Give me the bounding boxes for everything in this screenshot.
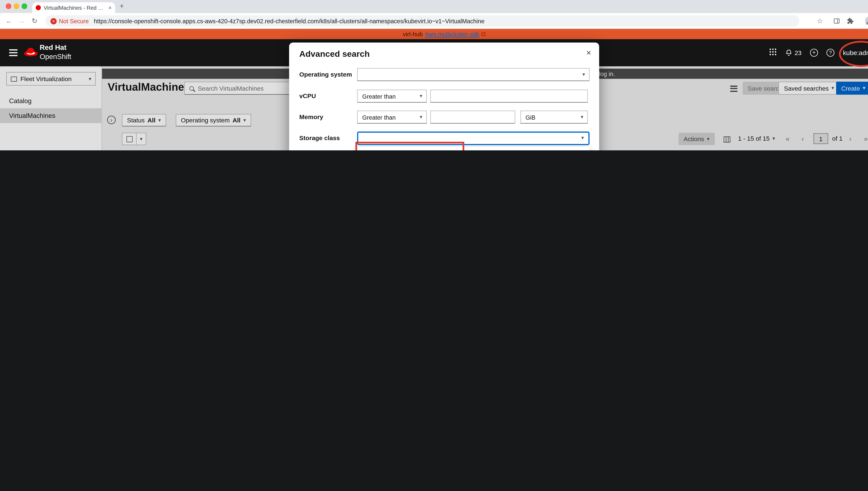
memory-operator-value: Greater than [362, 114, 396, 120]
memory-field-label: Memory [299, 113, 323, 120]
brand-text: Red Hat OpenShift [40, 44, 71, 61]
apps-grid-icon[interactable] [769, 48, 776, 58]
banner-link[interactable]: #wg-multicluster-sdk [425, 31, 479, 37]
brand-top: Red Hat [40, 44, 71, 52]
user-name: kube:admin [843, 49, 868, 56]
memory-input[interactable] [430, 111, 515, 124]
traffic-light-close[interactable] [6, 3, 11, 9]
storage-field-label: Storage class [299, 134, 340, 141]
back-button[interactable]: ← [6, 17, 12, 25]
vcpu-operator-value: Greater than [362, 93, 396, 99]
chevron-down-icon: ▾ [582, 72, 585, 77]
nav-toggle-icon[interactable] [9, 49, 18, 58]
new-tab-button[interactable]: + [120, 2, 124, 10]
url-text: https://console-openshift-console.apps.c… [94, 18, 484, 24]
advanced-search-modal: Advanced search × Operating system ▾ vCP… [289, 42, 599, 150]
bookmark-star-icon[interactable]: ☆ [817, 17, 823, 26]
external-link-icon [481, 31, 486, 37]
storage-class-menu: ocs-storagecluster-ceph-rbd-virtualizati… [357, 147, 590, 150]
vcpu-field-label: vCPU [299, 92, 316, 99]
tab-strip: VirtualMachines - Red Hat O × + [0, 0, 868, 13]
banner-text: virt-hub [403, 31, 423, 37]
address-bar[interactable]: × Not Secure https://console-openshift-c… [45, 15, 799, 27]
browser-tab[interactable]: VirtualMachines - Red Hat O × [32, 2, 115, 13]
chevron-down-icon: ▾ [581, 136, 584, 141]
memory-unit-select[interactable]: GiB▾ [520, 111, 588, 124]
redhat-logo-icon [24, 46, 37, 61]
chevron-down-icon: ▾ [581, 115, 583, 120]
forward-button[interactable]: → [18, 17, 25, 25]
os-select[interactable]: ▾ [357, 68, 590, 81]
notification-count: 23 [795, 49, 802, 56]
notification-bell[interactable]: 23 [785, 49, 802, 57]
help-icon[interactable]: ? [827, 49, 835, 57]
user-menu[interactable]: kube:admin▾ [843, 49, 868, 56]
reload-button[interactable]: ↻ [32, 17, 37, 25]
storage-class-input[interactable]: ▾ [357, 132, 590, 145]
not-secure-label: Not Secure [59, 18, 89, 24]
vcpu-input[interactable] [430, 90, 588, 103]
tab-close-icon[interactable]: × [108, 4, 112, 11]
import-yaml-icon[interactable]: + [810, 49, 818, 57]
close-icon[interactable]: × [586, 48, 591, 57]
extensions-icon[interactable] [847, 18, 854, 27]
brand-bottom: OpenShift [40, 52, 71, 60]
screenshot-stage: VirtualMachines - Red Hat O × + ← → ↻ × … [0, 0, 868, 150]
console-notification-banner: virt-hub #wg-multicluster-sdk [0, 29, 868, 39]
chevron-down-icon: ▾ [420, 94, 422, 98]
profile-avatar[interactable] [865, 17, 868, 28]
storage-class-option[interactable]: ocs-storagecluster-ceph-rbd-virtualizati… [357, 149, 590, 150]
modal-title: Advanced search [299, 49, 370, 59]
traffic-light-zoom[interactable] [22, 3, 27, 9]
os-field-label: Operating system [299, 71, 352, 78]
chevron-down-icon: ▾ [420, 115, 422, 120]
side-panel-icon[interactable] [833, 18, 840, 27]
browser-window-top: VirtualMachines - Red Hat O × + ← → ↻ × … [0, 0, 868, 150]
tab-title: VirtualMachines - Red Hat O [43, 4, 106, 11]
memory-unit-value: GiB [526, 114, 535, 120]
vcpu-operator-select[interactable]: Greater than▾ [357, 90, 427, 103]
memory-operator-select[interactable]: Greater than▾ [357, 111, 427, 124]
tab-favicon [36, 5, 41, 10]
not-secure-icon: × [51, 18, 57, 24]
browser-toolbar: ← → ↻ × Not Secure https://console-opens… [0, 13, 868, 29]
traffic-light-minimize[interactable] [13, 3, 19, 9]
